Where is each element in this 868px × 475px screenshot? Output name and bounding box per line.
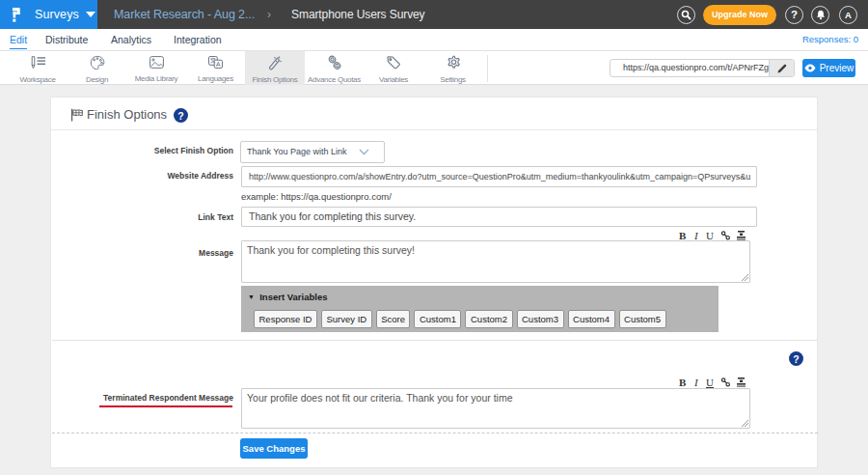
svg-text:U: U	[706, 377, 714, 388]
svg-text:I: I	[693, 377, 699, 388]
svg-text:B: B	[679, 377, 687, 388]
